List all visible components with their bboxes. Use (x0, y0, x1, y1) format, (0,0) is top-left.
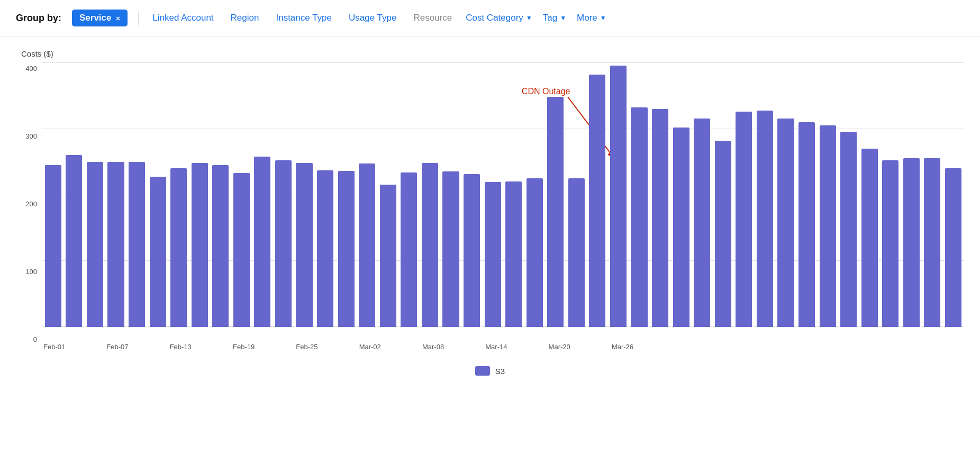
tag-arrow-icon: ▼ (560, 14, 566, 22)
group-by-label: Group by: (16, 13, 61, 24)
bar (527, 178, 543, 327)
chart-inner: CDN Outage Feb-01Feb-07Feb-13Feb-19Feb-2… (42, 62, 964, 359)
bar (170, 168, 187, 327)
filter-usage-type[interactable]: Usage Type (346, 11, 400, 25)
bar-group (734, 62, 754, 327)
legend-color-s3 (475, 366, 490, 376)
bar (359, 163, 375, 327)
bar (505, 181, 522, 327)
bar (380, 185, 396, 327)
bar (820, 125, 836, 327)
bar (631, 107, 647, 327)
y-tick-300: 300 (25, 133, 37, 140)
bar (882, 160, 899, 327)
bar-group (776, 62, 796, 327)
y-tick-400: 400 (25, 65, 37, 72)
bar (589, 75, 605, 327)
x-label-group: Feb-01 (43, 343, 65, 351)
bar-group (274, 62, 293, 327)
toolbar-divider (138, 11, 139, 25)
bar (107, 162, 124, 327)
bar (296, 163, 312, 327)
x-label: Feb-07 (106, 343, 128, 351)
filter-resource[interactable]: Resource (410, 11, 455, 25)
bar (87, 162, 103, 327)
bar (442, 171, 459, 327)
x-label: Feb-13 (170, 343, 192, 351)
bar-group (295, 62, 314, 327)
filter-tag[interactable]: Tag ▼ (543, 13, 566, 23)
bar (736, 112, 752, 327)
bar (150, 177, 166, 327)
bar (924, 158, 940, 327)
x-label: Mar-14 (485, 343, 507, 351)
bar-group (357, 62, 377, 327)
x-label-group: Feb-19 (233, 343, 255, 351)
bar-group (923, 62, 942, 327)
bar (422, 163, 438, 327)
cost-category-arrow-icon: ▼ (526, 14, 532, 22)
bar-group (85, 62, 105, 327)
x-label: Mar-20 (549, 343, 570, 351)
x-label-group: Feb-25 (296, 343, 317, 351)
x-label-group: Mar-08 (422, 343, 444, 351)
bar-group (713, 62, 733, 327)
bar-group (337, 62, 356, 327)
x-label-group: Mar-14 (485, 343, 507, 351)
bar (45, 165, 61, 327)
bar-group (797, 62, 816, 327)
bar-group (127, 62, 147, 327)
bar (233, 173, 250, 327)
bar-group (755, 62, 775, 327)
filter-linked-account[interactable]: Linked Account (149, 11, 216, 25)
bar-group (211, 62, 231, 327)
x-label-group: Mar-26 (612, 343, 633, 351)
bar-group (315, 62, 335, 327)
bars-row (42, 62, 964, 327)
bar-group (378, 62, 398, 327)
bar (254, 157, 270, 327)
x-label-group: Feb-07 (106, 343, 128, 351)
bar-group (546, 62, 566, 327)
y-tick-0: 0 (33, 336, 37, 343)
bar (485, 182, 501, 327)
bar (945, 168, 961, 327)
x-label: Feb-19 (233, 343, 255, 351)
bar-group (630, 62, 649, 327)
active-filter-service[interactable]: Service × (72, 10, 128, 26)
grid-and-bars: CDN Outage (42, 62, 964, 343)
active-filter-close[interactable]: × (116, 14, 121, 23)
bar (673, 128, 689, 327)
x-axis: Feb-01Feb-07Feb-13Feb-19Feb-25Mar-02Mar-… (42, 343, 964, 359)
bar (192, 163, 208, 327)
bar-group (43, 62, 63, 327)
legend-label-s3: S3 (495, 367, 505, 376)
bar-group (860, 62, 879, 327)
bar (129, 162, 145, 327)
bar (464, 174, 480, 327)
bar-group (253, 62, 273, 327)
x-label: Feb-01 (43, 343, 65, 351)
y-tick-200: 200 (25, 201, 37, 207)
bar-group (400, 62, 419, 327)
bar-group (232, 62, 251, 327)
y-axis-label: Costs ($) (21, 49, 964, 58)
filter-instance-type[interactable]: Instance Type (273, 11, 335, 25)
y-axis: 0 100 200 300 400 (16, 62, 42, 359)
bar (401, 172, 417, 327)
bar (338, 171, 355, 327)
bar-group (902, 62, 921, 327)
more-arrow-icon: ▼ (600, 14, 606, 22)
filter-region[interactable]: Region (228, 11, 262, 25)
bar-group (588, 62, 607, 327)
bar-group (943, 62, 963, 327)
bar-group (567, 62, 586, 327)
filter-more[interactable]: More ▼ (577, 13, 606, 23)
bar-group (525, 62, 545, 327)
bar (547, 97, 564, 327)
filter-cost-category[interactable]: Cost Category ▼ (466, 13, 532, 23)
x-label-group: Feb-13 (170, 343, 192, 351)
bar (840, 132, 857, 327)
bar (757, 111, 773, 327)
bar (317, 170, 333, 327)
